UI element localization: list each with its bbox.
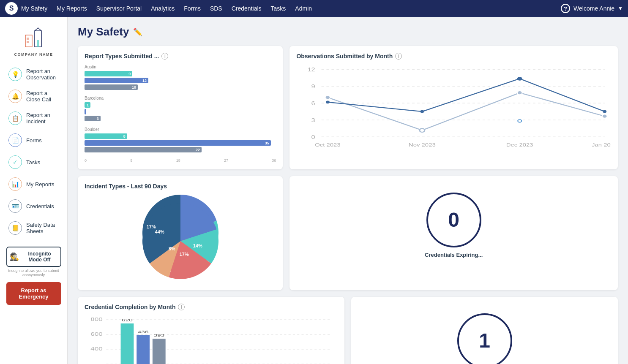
safety-data-sheets-label: Safety Data Sheets: [26, 222, 59, 234]
austin-bar-2: 12: [85, 78, 276, 83]
svg-point-18: [602, 114, 607, 118]
open-tasks-value: 1: [479, 329, 490, 352]
top-navigation: S My Safety My Reports Supervisor Portal…: [0, 0, 628, 17]
nav-admin[interactable]: Admin: [295, 5, 312, 12]
pie-svg-main: [142, 203, 218, 279]
boulder-bar-3: 22: [85, 147, 276, 152]
report-incident-icon: 📋: [8, 111, 22, 125]
x-axis: 0 9 18 27 36: [85, 158, 276, 163]
barcelona-bar-3: 3: [85, 116, 276, 121]
nav-right: ? Welcome Annie ▼: [561, 4, 623, 13]
user-menu-chevron[interactable]: ▼: [618, 5, 623, 11]
tasks-label: Tasks: [26, 159, 40, 166]
barcelona-bar-blue: [85, 109, 86, 114]
pie-container: 44% 14% 17% 8% 17%: [142, 203, 218, 279]
credentials-label: Credentials: [26, 203, 54, 209]
sidebar-item-tasks[interactable]: ✓ Tasks: [4, 152, 63, 172]
svg-point-22: [518, 120, 522, 122]
austin-bar-gray: 10: [85, 84, 138, 90]
svg-text:12: 12: [308, 67, 315, 73]
nav-my-reports[interactable]: My Reports: [57, 5, 87, 12]
open-tasks-circle: 1: [457, 313, 512, 364]
nav-analytics[interactable]: Analytics: [151, 5, 175, 12]
svg-text:Oct 2023: Oct 2023: [315, 142, 341, 148]
sidebar-item-credentials[interactable]: 🪪 Credentials: [4, 196, 63, 216]
barcelona-bar-2: [85, 109, 276, 114]
report-close-call-icon: 🔔: [8, 90, 22, 103]
observations-card: Observations Submitted by Month i 12 9: [289, 46, 618, 169]
svg-rect-39: [153, 339, 166, 364]
credential-completion-title: Credential Completion by Month i: [85, 304, 338, 310]
report-observation-label: Report an Observation: [26, 68, 59, 81]
svg-text:393: 393: [153, 333, 164, 337]
boulder-section: Boulder 8 35 22: [85, 127, 276, 152]
emergency-button[interactable]: Report as Emergency: [6, 282, 61, 305]
austin-bar-3: 10: [85, 84, 276, 90]
edit-icon[interactable]: ✏️: [133, 27, 142, 37]
boulder-bar-1: 8: [85, 133, 276, 139]
observations-title: Observations Submitted by Month i: [296, 53, 611, 60]
nav-my-safety[interactable]: My Safety: [21, 5, 47, 12]
boulder-bar-2: 35: [85, 140, 276, 146]
sidebar-item-my-reports[interactable]: 📊 My Reports: [4, 174, 63, 194]
bottom-dashboard-row: Credential Completion by Month i 800 600…: [78, 297, 618, 364]
report-types-info-icon[interactable]: i: [161, 53, 168, 60]
nav-tasks[interactable]: Tasks: [271, 5, 286, 12]
svg-text:9: 9: [311, 84, 315, 90]
help-icon[interactable]: ?: [561, 4, 570, 13]
barcelona-label: Barcelona: [85, 96, 276, 101]
credentials-expiring-wrap: 0 Credentials Expiring...: [296, 183, 611, 267]
nav-forms[interactable]: Forms: [184, 5, 201, 12]
company-logo: COMPANY NAME: [14, 25, 53, 57]
sidebar-item-forms[interactable]: 📄 Forms: [4, 130, 63, 150]
svg-rect-35: [121, 323, 134, 364]
sidebar-item-report-incident[interactable]: 📋 Report an Incident: [4, 108, 63, 128]
credentials-expiring-value: 0: [448, 208, 459, 231]
sidebar-item-safety-data-sheets[interactable]: 📒 Safety Data Sheets: [4, 218, 63, 238]
app-layout: COMPANY NAME 💡 Report an Observation 🔔 R…: [0, 17, 628, 364]
report-types-card: Report Types Submitted ... i Austin 9 12: [78, 46, 283, 169]
svg-point-16: [420, 128, 425, 132]
incognito-icon: 🕵️: [10, 252, 19, 261]
austin-bar-blue: 12: [85, 78, 148, 83]
tasks-icon: ✓: [8, 155, 22, 169]
sidebar-item-report-observation[interactable]: 💡 Report an Observation: [4, 64, 63, 84]
sidebar-item-report-close-call[interactable]: 🔔 Report a Close Call: [4, 86, 63, 106]
svg-text:400: 400: [90, 347, 103, 351]
svg-point-20: [420, 110, 424, 113]
observations-info-icon[interactable]: i: [395, 53, 402, 60]
credentials-expiring-card: 0 Credentials Expiring...: [289, 176, 618, 290]
svg-rect-2: [37, 40, 39, 47]
boulder-label: Boulder: [85, 127, 276, 132]
nav-credentials[interactable]: Credentials: [232, 5, 262, 12]
observations-line-chart: 12 9 6 3 0: [296, 65, 611, 149]
safety-data-sheets-icon: 📒: [8, 221, 22, 235]
logo-letter: S: [9, 5, 14, 12]
svg-text:6: 6: [311, 101, 315, 106]
barcelona-bar-gray: 3: [85, 116, 101, 121]
observations-svg: 12 9 6 3 0: [296, 65, 611, 149]
svg-point-23: [603, 110, 607, 113]
company-name-label: COMPANY NAME: [14, 52, 53, 57]
svg-text:436: 436: [138, 330, 149, 334]
report-close-call-label: Report a Close Call: [26, 90, 59, 103]
svg-rect-37: [137, 335, 150, 364]
report-observation-icon: 💡: [8, 68, 22, 81]
nav-sds[interactable]: SDS: [210, 5, 222, 12]
welcome-text: Welcome Annie: [573, 5, 614, 12]
my-reports-label: My Reports: [26, 181, 54, 187]
sidebar-nav: 💡 Report an Observation 🔔 Report a Close…: [4, 64, 63, 238]
nav-supervisor-portal[interactable]: Supervisor Portal: [96, 5, 142, 12]
barcelona-bar-1: 1: [85, 102, 276, 108]
credentials-expiring-circle: 0: [426, 193, 481, 247]
incident-types-title: Incident Types - Last 90 Days: [85, 183, 276, 190]
company-logo-icon: [21, 25, 46, 51]
page-title-area: My Safety ✏️: [78, 25, 618, 38]
svg-rect-4: [27, 38, 29, 40]
credential-completion-info-icon[interactable]: i: [178, 304, 185, 310]
svg-text:0: 0: [311, 134, 315, 140]
main-content: My Safety ✏️ Report Types Submitted ... …: [68, 17, 628, 364]
dashboard-grid: Report Types Submitted ... i Austin 9 12: [78, 46, 618, 290]
incognito-mode-button[interactable]: 🕵️ Incognito Mode Off: [6, 247, 61, 267]
open-tasks-card: 1 Open Tasks: [351, 297, 618, 364]
